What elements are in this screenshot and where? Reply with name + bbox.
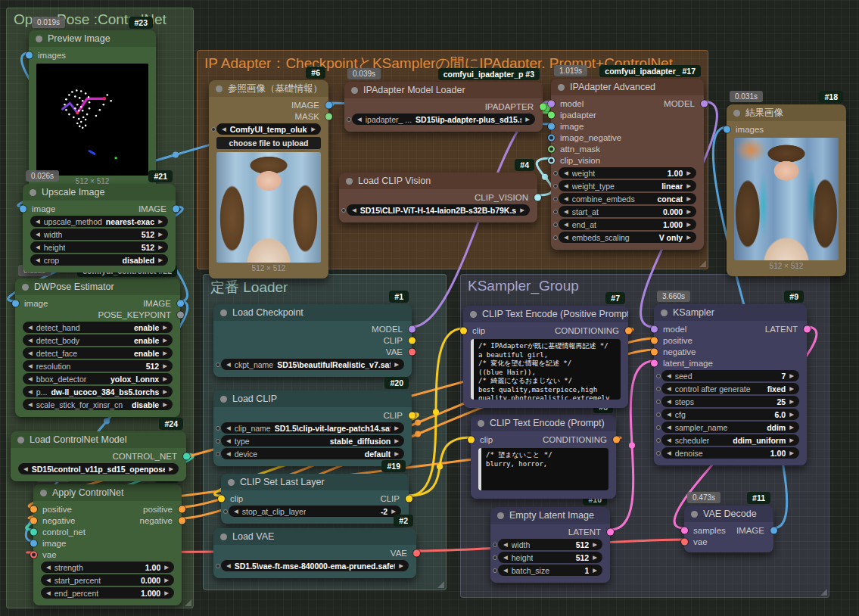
widget-cfg[interactable]: ◀cfg6.0▶ xyxy=(661,409,799,420)
decrement-arrow-icon[interactable]: ◀ xyxy=(564,235,568,241)
decrement-arrow-icon[interactable]: ◀ xyxy=(667,450,671,456)
node-ksampler[interactable]: 3.660s#9KSamplermodelLATENTpositivenegat… xyxy=(654,304,807,465)
node-header[interactable]: Empty Latent Image xyxy=(490,507,610,524)
input-port-dot-clip-vision[interactable] xyxy=(548,157,555,163)
increment-arrow-icon[interactable]: ▶ xyxy=(686,170,691,176)
decrement-arrow-icon[interactable]: ◀ xyxy=(28,350,33,356)
output-port-dot-mask[interactable] xyxy=(325,113,332,120)
collapse-dot-icon[interactable] xyxy=(691,511,698,518)
decrement-arrow-icon[interactable]: ◀ xyxy=(667,412,671,418)
decrement-arrow-icon[interactable]: ◀ xyxy=(36,219,40,225)
node-clip-text-encode-prompt[interactable]: #8CLIP Text Encode (Prompt)clipCONDITION… xyxy=(471,415,616,499)
node-header[interactable]: CLIP Text Encode (Positive Prompt) xyxy=(463,306,628,322)
output-port-dot-vae[interactable] xyxy=(409,348,415,355)
increment-arrow-icon[interactable]: ▶ xyxy=(593,555,597,561)
increment-arrow-icon[interactable]: ▶ xyxy=(520,207,524,213)
node-header[interactable]: Load CLIP Vision xyxy=(339,173,537,189)
decrement-arrow-icon[interactable]: ◀ xyxy=(564,209,568,215)
output-port-dot-ipadapter[interactable] xyxy=(540,103,546,110)
increment-arrow-icon[interactable]: ▶ xyxy=(394,425,399,431)
widget-end-at[interactable]: ◀end_at1.000▶ xyxy=(559,219,696,230)
output-port-dot-clip[interactable] xyxy=(409,412,415,418)
input-port-dot-vae[interactable] xyxy=(681,538,688,545)
widget-resolution[interactable]: ◀resolution512▶ xyxy=(23,360,173,372)
widget-clip-name[interactable]: ◀clip_nameSD1.5\clip-vit-large-patch14.s… xyxy=(221,422,404,434)
collapse-dot-icon[interactable] xyxy=(220,396,227,403)
widget-sd15-control-v11p-sd15-openpose-fp16-s[interactable]: ◀SD15\control_v11p_sd15_openpose_fp16.s.… xyxy=(18,463,179,474)
node-header[interactable]: 結果画像 xyxy=(727,104,846,121)
widget-end-percent[interactable]: ◀end_percent1.000▶ xyxy=(41,587,174,599)
node-vae-decode[interactable]: 0.473s#11VAE DecodesamplesIMAGEvae xyxy=(684,506,773,552)
decrement-arrow-icon[interactable]: ◀ xyxy=(667,373,671,379)
widget-scheduler[interactable]: ◀schedulerddim_uniform▶ xyxy=(661,434,799,446)
collapse-dot-icon[interactable] xyxy=(478,420,484,427)
widget-sd1-5-vae-ft-mse-840000-ema-pruned-safetensors[interactable]: ◀SD1.5\vae-ft-mse-840000-ema-pruned.safe… xyxy=(221,560,409,571)
widget-sampler-name[interactable]: ◀sampler_nameddim▶ xyxy=(661,422,799,433)
decrement-arrow-icon[interactable]: ◀ xyxy=(226,425,231,431)
widget-detect-face[interactable]: ◀detect_faceenable▶ xyxy=(23,347,173,359)
widget-embeds-scaling[interactable]: ◀embeds_scalingV only▶ xyxy=(559,232,696,243)
input-port-dot-negative[interactable] xyxy=(651,348,658,355)
collapse-dot-icon[interactable] xyxy=(22,284,29,291)
collapse-dot-icon[interactable] xyxy=(351,87,358,94)
collapse-dot-icon[interactable] xyxy=(220,534,227,540)
input-port-dot-samples[interactable] xyxy=(681,527,688,534)
increment-arrow-icon[interactable]: ▶ xyxy=(164,565,169,571)
widget-strength[interactable]: ◀strength1.00▶ xyxy=(41,562,174,573)
widget-scale-stick-for-xinsr-cn[interactable]: ◀scale_stick_for_xinsr_cndisable▶ xyxy=(23,399,173,410)
input-port-dot-image[interactable] xyxy=(30,540,37,546)
collapse-dot-icon[interactable] xyxy=(228,479,235,486)
decrement-arrow-icon[interactable]: ◀ xyxy=(28,338,33,344)
input-port-dot-image[interactable] xyxy=(20,205,26,212)
node-header[interactable]: Upscale Image xyxy=(23,184,176,201)
node-load-vae[interactable]: #2Load VAEVAE◀SD1.5\vae-ft-mse-840000-em… xyxy=(213,528,416,578)
decrement-arrow-icon[interactable]: ◀ xyxy=(226,362,231,368)
widget-control-after-generate[interactable]: ◀control after generatefixed▶ xyxy=(661,383,799,394)
node-ipadapter-advanced[interactable]: 1.019scomfyui_ipadapter_ #17IPAdapter Ad… xyxy=(551,79,704,250)
input-port-dot-clip[interactable] xyxy=(218,495,225,502)
node-header[interactable]: Preview Image xyxy=(29,30,156,47)
node-header[interactable]: Load Checkpoint xyxy=(213,304,412,321)
widget-height[interactable]: ◀height512▶ xyxy=(498,552,602,563)
widget-p[interactable]: ◀p...dw-ll_ucoco_384_bs5.torchscript.pt▶ xyxy=(23,386,173,397)
increment-arrow-icon[interactable]: ▶ xyxy=(158,232,163,238)
widget-sd15-clip-vit-h-14-laion2b-s32b-b79k-safetensors[interactable]: ◀SD15\CLIP-ViT-H-14-laion2B-s32B-b79K.sa… xyxy=(347,204,530,216)
increment-arrow-icon[interactable]: ▶ xyxy=(686,196,691,202)
decrement-arrow-icon[interactable]: ◀ xyxy=(28,325,33,331)
widget-seed[interactable]: ◀seed7▶ xyxy=(661,370,799,381)
node-clip-set-last-layer[interactable]: #19CLIP Set Last LayerclipCLIP◀stop_at_c… xyxy=(221,474,409,524)
increment-arrow-icon[interactable]: ▶ xyxy=(789,437,794,443)
decrement-arrow-icon[interactable]: ◀ xyxy=(503,542,508,548)
node-preview-image[interactable]: 0.019s#23Preview Imageimages512 × 512 xyxy=(29,30,156,191)
output-port-dot-model[interactable] xyxy=(701,100,708,107)
decrement-arrow-icon[interactable]: ◀ xyxy=(667,425,671,431)
collapse-dot-icon[interactable] xyxy=(36,36,42,42)
increment-arrow-icon[interactable]: ▶ xyxy=(593,542,597,548)
node-header[interactable]: Load CLIP xyxy=(213,390,412,407)
decrement-arrow-icon[interactable]: ◀ xyxy=(28,402,33,408)
output-port-dot-image[interactable] xyxy=(177,300,184,306)
decrement-arrow-icon[interactable]: ◀ xyxy=(28,389,33,395)
increment-arrow-icon[interactable]: ▶ xyxy=(686,183,691,189)
node-header[interactable]: Load ControlNet Model xyxy=(11,431,186,448)
widget-ipadapter[interactable]: ◀ipadapter_ ...SD15\ip-adapter-plus_sd15… xyxy=(352,114,535,125)
output-port-dot-control-net[interactable] xyxy=(183,453,190,459)
node-header[interactable]: 参照画像（基礎情報） xyxy=(209,80,328,97)
node-clip-text-encode-positive-prompt[interactable]: #7CLIP Text Encode (Positive Prompt)clip… xyxy=(463,306,628,408)
widget-weight[interactable]: ◀weight1.00▶ xyxy=(559,167,696,179)
output-port-dot-pose-keypoint[interactable] xyxy=(177,311,184,318)
output-port-dot-clip[interactable] xyxy=(406,495,412,502)
decrement-arrow-icon[interactable]: ◀ xyxy=(226,438,231,444)
decrement-arrow-icon[interactable]: ◀ xyxy=(234,509,238,515)
input-port-dot-ipadapter[interactable] xyxy=(548,111,555,118)
collapse-dot-icon[interactable] xyxy=(17,437,24,443)
node-header[interactable]: IPAdapter Advanced xyxy=(551,79,704,95)
increment-arrow-icon[interactable]: ▶ xyxy=(686,209,691,215)
collapse-dot-icon[interactable] xyxy=(346,178,353,185)
node-header[interactable]: CLIP Set Last Layer xyxy=(221,474,409,490)
input-port-dot-positive[interactable] xyxy=(651,337,658,344)
decrement-arrow-icon[interactable]: ◀ xyxy=(46,565,51,571)
output-port-dot-positive[interactable] xyxy=(179,506,185,512)
node-load-controlnet-model[interactable]: #24Load ControlNet ModelCONTROL_NET◀SD15… xyxy=(11,431,186,481)
decrement-arrow-icon[interactable]: ◀ xyxy=(564,222,568,228)
